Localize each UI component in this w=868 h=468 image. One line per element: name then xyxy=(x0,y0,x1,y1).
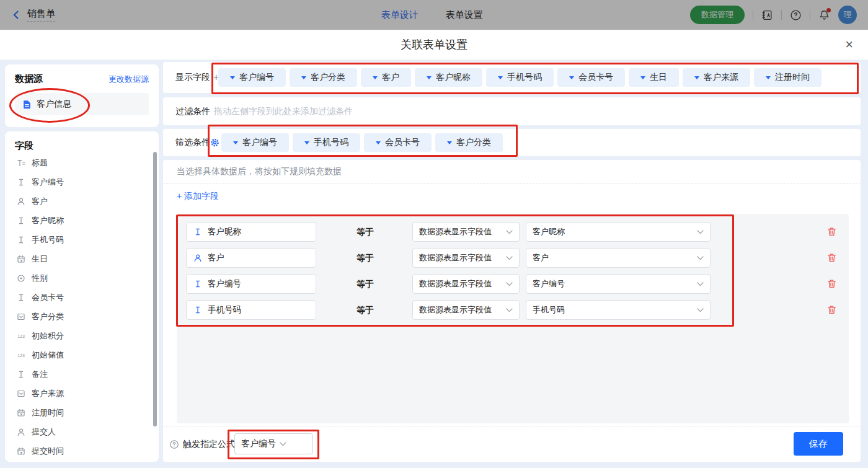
date-icon xyxy=(16,408,26,417)
target-field-box[interactable]: 客户编号 xyxy=(186,274,316,294)
display-field-chip[interactable]: 客户分类 xyxy=(290,68,357,87)
close-icon[interactable]: × xyxy=(845,37,853,52)
delete-row-button[interactable] xyxy=(826,252,837,263)
target-field-label: 手机号码 xyxy=(208,304,241,316)
gear-icon[interactable] xyxy=(210,138,219,148)
mapping-row: 客户 等于 数据源表显示字段值 客户 xyxy=(186,248,844,268)
field-item[interactable]: 提交人 xyxy=(15,422,159,441)
select-icon xyxy=(16,389,26,398)
datasource-item[interactable]: 客户信息 xyxy=(15,93,149,115)
field-item[interactable]: 客户昵称 xyxy=(15,211,159,230)
screen-filter-section: 筛选条件 客户编号 手机号码 会员卡号 客户分类 xyxy=(163,129,861,156)
source-type-select[interactable]: 数据源表显示字段值 xyxy=(412,274,520,294)
display-field-chip[interactable]: 生日 xyxy=(629,68,679,87)
radio-icon xyxy=(16,274,26,283)
field-item[interactable]: 备注 xyxy=(15,364,159,384)
filter-dropzone-placeholder[interactable]: 拖动左侧字段到此处来添加过滤条件 xyxy=(214,106,353,117)
field-item[interactable]: 手机号码 xyxy=(15,230,159,249)
source-field-select[interactable]: 客户 xyxy=(526,248,711,268)
field-item-label: 客户来源 xyxy=(32,388,64,399)
trigger-formula-select[interactable]: 客户编号 xyxy=(234,433,313,454)
text-icon xyxy=(16,293,26,302)
field-item[interactable]: 提交时间 xyxy=(15,441,159,461)
field-item-label: 初始储值 xyxy=(32,350,64,361)
dropdown-triangle-icon xyxy=(230,76,235,79)
chevron-down-icon xyxy=(506,282,513,286)
add-field-button[interactable]: + 添加字段 xyxy=(177,191,219,202)
field-item-label: 性别 xyxy=(32,273,48,284)
field-item[interactable]: 123 初始积分 xyxy=(15,326,159,345)
dropdown-triangle-icon xyxy=(694,76,699,79)
fields-card: 字段 标题 客户编号 客户 客户昵称 手机号码 生日 性别 会员卡号 客户分类 … xyxy=(5,131,159,462)
dropdown-triangle-icon xyxy=(569,76,574,79)
target-field-box[interactable]: 客户 xyxy=(186,248,316,268)
field-item[interactable]: 会员卡号 xyxy=(15,288,159,307)
document-icon xyxy=(22,100,32,109)
chevron-down-icon xyxy=(697,256,704,260)
field-item-label: 客户昵称 xyxy=(32,215,64,226)
target-field-box[interactable]: 手机号码 xyxy=(186,300,316,320)
text-icon xyxy=(193,306,202,314)
screen-filter-chip[interactable]: 客户分类 xyxy=(435,133,503,152)
field-item-label: 提交人 xyxy=(32,426,56,438)
field-item[interactable]: 标题 xyxy=(15,153,159,172)
user-icon xyxy=(193,254,202,262)
source-type-value: 数据源表显示字段值 xyxy=(419,226,502,237)
datasource-item-label: 客户信息 xyxy=(37,99,71,110)
dropdown-triangle-icon xyxy=(498,76,503,79)
chip-label: 会员卡号 xyxy=(578,72,613,83)
source-field-select[interactable]: 手机号码 xyxy=(526,300,711,320)
field-item[interactable]: 客户来源 xyxy=(15,384,159,403)
dropdown-triangle-icon xyxy=(304,141,309,144)
dropdown-triangle-icon xyxy=(640,76,645,79)
modal-footer: 触发指定公式 客户编号 保存 xyxy=(163,426,861,462)
source-type-select[interactable]: 数据源表显示字段值 xyxy=(412,300,520,320)
source-type-select[interactable]: 数据源表显示字段值 xyxy=(412,222,520,242)
screen-filter-chip[interactable]: 手机号码 xyxy=(293,133,360,152)
delete-row-button[interactable] xyxy=(826,226,837,237)
chip-label: 客户昵称 xyxy=(436,72,471,83)
dropdown-triangle-icon xyxy=(447,141,452,144)
field-item[interactable]: 性别 xyxy=(15,268,159,288)
field-item-label: 客户分类 xyxy=(32,311,64,322)
source-field-value: 手机号码 xyxy=(533,304,693,316)
operator-label: 等于 xyxy=(356,248,394,268)
number-icon: 123 xyxy=(16,332,26,340)
source-type-value: 数据源表显示字段值 xyxy=(419,252,502,263)
display-field-chip[interactable]: 客户编号 xyxy=(218,68,286,87)
dropdown-triangle-icon xyxy=(301,76,306,79)
scrollbar[interactable] xyxy=(153,152,157,426)
divider xyxy=(163,183,861,184)
source-field-select[interactable]: 客户编号 xyxy=(526,274,711,294)
save-button[interactable]: 保存 xyxy=(794,432,843,456)
operator-label: 等于 xyxy=(356,300,394,320)
field-item[interactable]: 客户编号 xyxy=(15,172,159,192)
help-circle-icon[interactable] xyxy=(169,439,179,449)
field-item[interactable]: 生日 xyxy=(15,249,159,268)
mapping-row: 客户编号 等于 数据源表显示字段值 客户编号 xyxy=(186,274,844,294)
display-field-chip[interactable]: 客户来源 xyxy=(683,68,750,87)
delete-row-button[interactable] xyxy=(826,304,837,315)
text-icon xyxy=(16,236,26,244)
text-icon xyxy=(193,280,202,288)
change-datasource-link[interactable]: 更改数据源 xyxy=(108,74,149,85)
display-field-chip[interactable]: 客户昵称 xyxy=(415,68,482,87)
svg-text:123: 123 xyxy=(17,334,25,338)
display-field-chips: 客户编号 客户分类 客户 客户昵称 手机号码 会员卡号 生日 客户来源 xyxy=(218,68,822,87)
screen-filter-chip[interactable]: 会员卡号 xyxy=(364,133,432,152)
display-field-chip[interactable]: 客户 xyxy=(361,68,411,87)
source-type-select[interactable]: 数据源表显示字段值 xyxy=(412,248,520,268)
field-item[interactable]: 123 初始储值 xyxy=(15,345,159,364)
delete-row-button[interactable] xyxy=(826,278,837,289)
screen-filter-chip[interactable]: 客户编号 xyxy=(221,133,289,152)
target-field-box[interactable]: 客户昵称 xyxy=(186,222,316,242)
display-field-chip[interactable]: 会员卡号 xyxy=(557,68,625,87)
field-item[interactable]: 客户 xyxy=(15,192,159,211)
field-item[interactable]: 注册时间 xyxy=(15,403,159,422)
display-field-chip[interactable]: 注册时间 xyxy=(754,68,822,87)
field-item[interactable]: 客户分类 xyxy=(15,307,159,326)
screen-filter-chips: 客户编号 手机号码 会员卡号 客户分类 xyxy=(221,133,503,152)
chevron-down-icon xyxy=(506,230,513,234)
display-field-chip[interactable]: 手机号码 xyxy=(486,68,554,87)
source-field-select[interactable]: 客户昵称 xyxy=(526,222,711,242)
